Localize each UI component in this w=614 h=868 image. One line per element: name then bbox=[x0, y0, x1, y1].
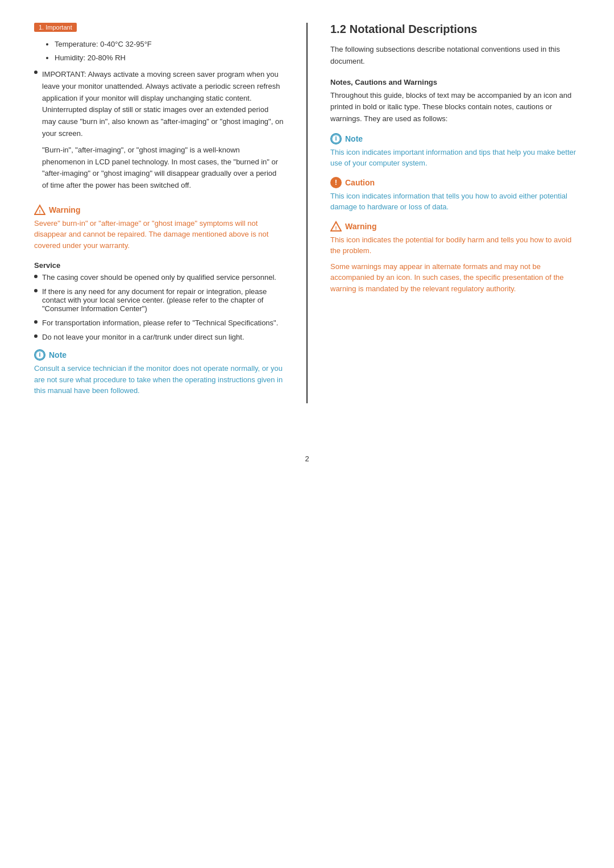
right-warning-icon: ! bbox=[330, 221, 342, 232]
important-text-1: IMPORTANT: Always activate a moving scre… bbox=[42, 69, 284, 196]
service-heading: Service bbox=[34, 261, 284, 270]
temperature-item: Temperature: 0-40°C 32-95°F bbox=[55, 39, 284, 50]
right-warning-title: ! Warning bbox=[330, 221, 580, 232]
important-bullet-1: IMPORTANT: Always activate a moving scre… bbox=[34, 69, 284, 196]
svg-text:!: ! bbox=[39, 209, 41, 214]
svg-rect-6 bbox=[335, 137, 337, 140]
notes-cautions-heading: Notes, Cautions and Warnings bbox=[330, 78, 580, 86]
svg-rect-7 bbox=[335, 136, 337, 137]
right-note-box: Note This icon indicates important infor… bbox=[330, 133, 580, 169]
service-bullet-4 bbox=[34, 334, 38, 338]
notes-cautions-text: Throughout this guide, blocks of text ma… bbox=[330, 90, 580, 125]
right-note-icon bbox=[330, 133, 342, 144]
caution-icon: ! bbox=[330, 177, 342, 188]
left-warning-title: ! Warning bbox=[34, 204, 284, 216]
left-note-box: Note Consult a service technician if the… bbox=[34, 349, 284, 396]
breadcrumb-tag: 1. Important bbox=[34, 23, 77, 32]
svg-text:!: ! bbox=[335, 225, 337, 231]
temperature-humidity-list: Temperature: 0-40°C 32-95°F Humidity: 20… bbox=[55, 39, 284, 63]
page-number: 2 bbox=[0, 443, 614, 463]
service-item-1: The casing cover should be opened only b… bbox=[34, 273, 284, 282]
page-footer: 2 bbox=[0, 437, 614, 463]
service-item-3: For transportation information, please r… bbox=[34, 319, 284, 327]
service-bullet-1 bbox=[34, 275, 38, 278]
section-title-row: 1.2Notational Descriptions bbox=[330, 23, 580, 36]
intro-text: The following subsections describe notat… bbox=[330, 44, 580, 68]
left-warning-box: ! Warning Severe" burn-in" or "after-ima… bbox=[34, 204, 284, 251]
service-list: The casing cover should be opened only b… bbox=[34, 273, 284, 341]
service-item-2: If there is any need for any document fo… bbox=[34, 287, 284, 313]
right-column: 1.2Notational Descriptions The following… bbox=[306, 23, 580, 403]
svg-rect-3 bbox=[39, 353, 40, 357]
note-icon bbox=[34, 349, 45, 361]
warning-icon: ! bbox=[34, 204, 45, 216]
bullet-dot-1 bbox=[34, 71, 38, 74]
right-caution-box: ! Caution This icon indicates informatio… bbox=[330, 177, 580, 213]
left-column: 1. Important Temperature: 0-40°C 32-95°F… bbox=[34, 23, 284, 403]
service-item-4: Do not leave your monitor in a car/trunk… bbox=[34, 333, 284, 341]
right-note-title: Note bbox=[330, 133, 580, 144]
right-caution-title: ! Caution bbox=[330, 177, 580, 188]
service-bullet-2 bbox=[34, 289, 38, 292]
svg-rect-4 bbox=[39, 353, 40, 354]
humidity-item: Humidity: 20-80% RH bbox=[55, 52, 284, 64]
right-warning-box: ! Warning This icon indicates the potent… bbox=[330, 221, 580, 295]
service-bullet-3 bbox=[34, 320, 38, 324]
left-note-title: Note bbox=[34, 349, 284, 361]
